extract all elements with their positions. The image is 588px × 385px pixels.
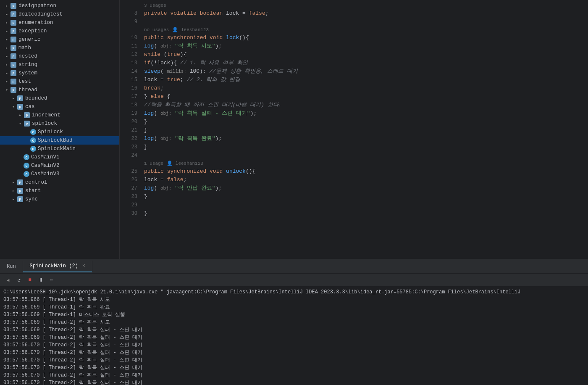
code-lines: 3 usages private volatile boolean lock =… <box>141 0 584 259</box>
code-content-10: public synchronized void lock(){ <box>144 34 249 42</box>
bottom-panel: Run SpinLockMain (2) × ◀ ↺ ■ ⏸ ⋯ C:\User… <box>0 259 588 385</box>
usage-hint-10: no usages <box>144 26 169 34</box>
item-label-control: control <box>25 179 47 185</box>
item-label-thread: thread <box>18 87 37 93</box>
code-line-18: //락을 획득할 때 까지 스핀 대기(바쁜 대기) 한다. <box>141 101 584 109</box>
arrow-icon-spinlock <box>17 120 24 127</box>
item-label-SpinLock: SpinLock <box>38 129 63 135</box>
usage-hint-25: 1 usage <box>144 160 163 167</box>
sidebar-item-doitcodingtest[interactable]: pdoitcodingtest <box>0 10 119 18</box>
arrow-icon-test <box>3 78 10 85</box>
console-line-9: 03:57:56.070 [ Thread-2] 락 획득 실패 - 스핀 대기 <box>3 364 585 372</box>
sidebar-item-math[interactable]: pmath <box>0 44 119 52</box>
arrow-icon-control <box>10 179 17 186</box>
sidebar-item-string[interactable]: pstring <box>0 61 119 69</box>
class-icon-CasMainV3: C <box>24 171 29 177</box>
code-line-29 <box>141 201 584 209</box>
item-label-start: start <box>25 188 41 194</box>
line-meta-10: no usages👤 leeshan123 <box>141 26 584 34</box>
active-tab[interactable]: SpinLockMain (2) × <box>23 261 92 272</box>
item-label-SpinLockMain: SpinLockMain <box>38 146 76 152</box>
console-line-11: 03:57:56.070 [ Thread-2] 락 획득 실패 - 스핀 대기 <box>3 379 585 385</box>
code-line-23: } <box>141 143 584 151</box>
console-line-10: 03:57:56.070 [ Thread-2] 락 획득 실패 - 스핀 대기 <box>3 372 585 379</box>
package-icon-spinlock: p <box>24 120 30 127</box>
sidebar-item-designpatton[interactable]: pdesignpatton <box>0 2 119 10</box>
code-content-13: if(!lock){ // 1. 락 사용 여부 확인 <box>144 59 248 67</box>
active-tab-label: SpinLockMain (2) <box>30 263 78 269</box>
close-tab-button[interactable]: × <box>82 263 85 269</box>
class-icon-CasMainV2: C <box>24 163 29 169</box>
sidebar-item-nested[interactable]: pnested <box>0 52 119 61</box>
sidebar-item-bounded[interactable]: pbounded <box>0 94 119 103</box>
item-label-test: test <box>18 79 31 84</box>
sidebar-item-cas[interactable]: pcas <box>0 103 119 111</box>
line-num-27: 27 <box>123 184 137 192</box>
left-panel-button[interactable]: ◀ <box>3 275 13 285</box>
cmd-line: C:\Users\LeeSH_10\.jdks\openjdk-21.0.1\b… <box>3 288 585 296</box>
sidebar-item-exception[interactable]: pexception <box>0 27 119 35</box>
arrow-icon-nested <box>3 53 10 60</box>
sidebar-item-CasMainV1[interactable]: CCasMainV1 <box>0 153 119 161</box>
sidebar-item-start[interactable]: pstart <box>0 187 119 195</box>
package-icon-increment: p <box>24 112 30 119</box>
code-line-8: private volatile boolean lock = false; <box>141 9 584 18</box>
package-icon-control: p <box>17 179 24 186</box>
code-line-24 <box>141 151 584 160</box>
sidebar-item-system[interactable]: psystem <box>0 69 119 77</box>
arrow-icon-increment <box>17 112 24 119</box>
more-button[interactable]: ⋯ <box>47 275 56 285</box>
code-line-9 <box>141 18 584 26</box>
code-content-20: } <box>144 118 147 126</box>
code-content-21: } <box>144 126 147 134</box>
sidebar-item-test[interactable]: ptest <box>0 77 119 86</box>
sidebar-item-thread[interactable]: pthread <box>0 86 119 94</box>
sidebar-item-increment[interactable]: pincrement <box>0 111 119 119</box>
item-label-CasMainV1: CasMainV1 <box>31 154 60 160</box>
sidebar-item-SpinLock[interactable]: CSpinLock <box>0 128 119 136</box>
package-icon-string: p <box>10 61 17 68</box>
item-label-enumeration: enumeration <box>18 20 53 26</box>
restart-button[interactable]: ↺ <box>14 275 24 285</box>
code-line-12: while (true){ <box>141 50 584 59</box>
sidebar-item-SpinLockBad[interactable]: CSpinLockBad <box>0 136 119 145</box>
console-line-5: 03:57:56.069 [ Thread-2] 락 획득 실패 - 스핀 대기 <box>3 334 585 341</box>
code-line-13: if(!lock){ // 1. 락 사용 여부 확인 <box>141 59 584 67</box>
stop-button[interactable]: ■ <box>25 275 34 285</box>
sidebar-item-CasMainV3[interactable]: CCasMainV3 <box>0 170 119 178</box>
line-num-28: 28 <box>123 192 137 201</box>
run-label[interactable]: Run <box>0 261 23 272</box>
code-line-30: } <box>141 209 584 218</box>
line-meta-25: 1 usage👤 leeshan123 <box>141 160 584 167</box>
code-line-19: log( obj: "락 획득 실패 - 스핀 대기"); <box>141 109 584 118</box>
sidebar-item-generic[interactable]: pgeneric <box>0 35 119 44</box>
sidebar-item-sync[interactable]: psync <box>0 195 119 203</box>
arrow-icon-system <box>3 70 10 76</box>
arrow-icon-bounded <box>10 95 17 102</box>
code-line-21: } <box>141 126 584 134</box>
code-content-14: sleep( millis: 100); //문제 상황 확인용, 스레드 대기 <box>144 67 298 76</box>
console-line-3: 03:57:56.069 [ Thread-2] 락 획득 시도 <box>3 319 585 326</box>
class-icon-SpinLockMain: C <box>30 146 36 152</box>
vertical-scrollbar[interactable] <box>584 0 588 259</box>
item-label-cas: cas <box>25 104 35 110</box>
item-label-spinlock: spinlock <box>32 121 57 127</box>
sidebar-item-enumeration[interactable]: penumeration <box>0 18 119 27</box>
sidebar-item-CasMainV2[interactable]: CCasMainV2 <box>0 161 119 170</box>
code-content-22: log( obj: "락 획득 완료"); <box>144 134 222 143</box>
arrow-icon-exception <box>3 28 10 34</box>
run-tab-label: Run <box>7 264 16 269</box>
sidebar-item-spinlock[interactable]: pspinlock <box>0 119 119 128</box>
package-icon-exception: p <box>10 28 17 34</box>
line-num-29: 29 <box>123 201 137 209</box>
pause-button[interactable]: ⏸ <box>36 275 45 285</box>
code-line-10: public synchronized void lock(){ <box>141 34 584 42</box>
console-line-6: 03:57:56.070 [ Thread-2] 락 획득 실패 - 스핀 대기 <box>3 341 585 349</box>
sidebar-item-control[interactable]: pcontrol <box>0 178 119 187</box>
line-num-11: 11 <box>123 42 137 50</box>
arrow-icon-designpatton <box>3 3 10 9</box>
sidebar-item-SpinLockMain[interactable]: CSpinLockMain <box>0 145 119 153</box>
main-area: pdesignpattonpdoitcodingtestpenumeration… <box>0 0 588 259</box>
code-line-26: lock = false; <box>141 176 584 184</box>
author-hint-25: 👤 leeshan123 <box>167 160 203 167</box>
